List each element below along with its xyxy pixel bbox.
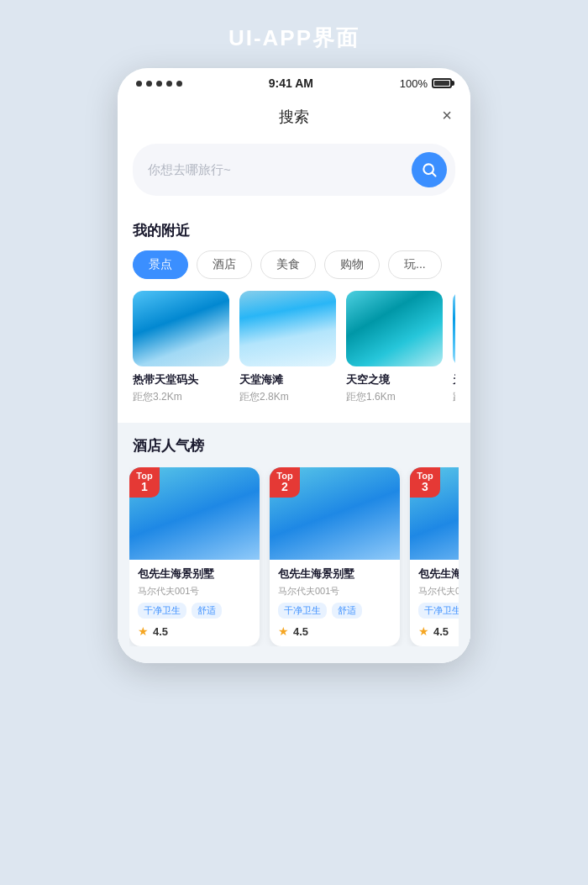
hotel-tag-2-1: 舒适 bbox=[332, 603, 362, 619]
search-input-wrap[interactable]: 你想去哪旅行~ bbox=[133, 144, 455, 196]
hotel-card-1[interactable]: Top 1 包先生海景别墅 马尔代夫001号 干净卫生 舒适 ★ bbox=[129, 467, 260, 646]
filter-tabs: 景点 酒店 美食 购物 玩... bbox=[133, 250, 455, 291]
close-button[interactable]: × bbox=[442, 107, 452, 124]
filter-tab-spots[interactable]: 景点 bbox=[133, 250, 188, 279]
hotel-tag-3-0: 干净卫生 bbox=[418, 603, 459, 619]
header-title: 搜索 bbox=[279, 107, 309, 127]
svg-line-1 bbox=[433, 173, 436, 176]
hotel-rating-1: ★ 4.5 bbox=[138, 624, 251, 638]
spot-dist-2: 距您2.8Km bbox=[239, 390, 336, 404]
hotel-rating-2: ★ 4.5 bbox=[278, 624, 391, 638]
hotel-tags-2: 干净卫生 舒适 bbox=[278, 603, 391, 619]
spot-dist-4: 距您1... bbox=[453, 390, 455, 404]
hotel-sub-2: 马尔代夫001号 bbox=[278, 585, 391, 598]
filter-tab-shopping[interactable]: 购物 bbox=[324, 250, 380, 279]
hotel-badge-1: Top 1 bbox=[129, 467, 160, 498]
filter-tab-hotel[interactable]: 酒店 bbox=[197, 250, 252, 279]
hotel-section-title: 酒店人气榜 bbox=[129, 436, 459, 456]
filter-tab-food[interactable]: 美食 bbox=[260, 250, 316, 279]
spot-img-beach bbox=[239, 291, 336, 366]
spot-img-boat bbox=[346, 291, 443, 366]
spot-dist-3: 距您1.6Km bbox=[346, 390, 443, 404]
status-time: 9:41 AM bbox=[269, 76, 313, 90]
hotel-badge-2: Top 2 bbox=[270, 467, 300, 498]
hotel-name-1: 包先生海景别墅 bbox=[138, 566, 251, 582]
search-bar: 你想去哪旅行~ bbox=[118, 135, 470, 209]
battery-text: 100% bbox=[400, 77, 428, 90]
star-icon-3: ★ bbox=[418, 624, 429, 638]
hotel-sub-1: 马尔代夫001号 bbox=[138, 585, 251, 598]
spot-card-3[interactable]: 天空之境 距您1.6Km bbox=[346, 291, 443, 404]
page-title: UI-APP界面 bbox=[228, 25, 360, 50]
hotel-img-wrap-1: Top 1 bbox=[129, 467, 260, 560]
rating-val-2: 4.5 bbox=[293, 625, 308, 638]
status-dot-3 bbox=[156, 81, 162, 87]
header: 搜索 × bbox=[118, 95, 470, 135]
hotel-badge-3: Top 3 bbox=[410, 467, 440, 498]
spot-name-3: 天空之境 bbox=[346, 372, 443, 387]
spot-dist-1: 距您3.2Km bbox=[133, 390, 229, 404]
status-dots bbox=[136, 81, 182, 87]
status-bar: 9:41 AM 100% bbox=[118, 68, 470, 95]
filter-tab-play[interactable]: 玩... bbox=[388, 250, 442, 279]
hotel-badge-num-2: 2 bbox=[281, 481, 288, 493]
hotel-section: 酒店人气榜 Top 1 包先生海景别墅 马尔代夫001号 bbox=[118, 423, 470, 663]
page-title-area: UI-APP界面 bbox=[0, 0, 588, 68]
nearby-section: 我的附近 景点 酒店 美食 购物 玩... 热带天堂码头 距您3.2Km bbox=[118, 209, 470, 423]
hotel-tag-1-0: 干净卫生 bbox=[138, 603, 186, 619]
rating-val-1: 4.5 bbox=[153, 625, 168, 638]
search-button[interactable] bbox=[412, 152, 447, 187]
status-dot-5 bbox=[176, 81, 182, 87]
hotel-card-3[interactable]: Top 3 包先生海景别墅 马尔代夫001号 干净卫生 舒适 ★ bbox=[410, 467, 459, 646]
nearby-section-title: 我的附近 bbox=[133, 221, 455, 240]
app-content: 搜索 × 你想去哪旅行~ 我的附近 景点 酒店 美食 bbox=[118, 95, 470, 663]
search-placeholder: 你想去哪旅行~ bbox=[148, 162, 405, 178]
battery-icon bbox=[432, 78, 452, 88]
hotel-img-wrap-2: Top 2 bbox=[270, 467, 400, 560]
status-dot-4 bbox=[166, 81, 172, 87]
hotel-info-2: 包先生海景别墅 马尔代夫001号 干净卫生 舒适 ★ 4.5 bbox=[270, 560, 400, 646]
hotel-info-3: 包先生海景别墅 马尔代夫001号 干净卫生 舒适 ★ 4.5 bbox=[410, 560, 459, 646]
spot-card-2[interactable]: 天堂海滩 距您2.8Km bbox=[239, 291, 336, 404]
spot-img-3 bbox=[346, 291, 443, 366]
hotel-rating-3: ★ 4.5 bbox=[418, 624, 459, 638]
status-dot-1 bbox=[136, 81, 142, 87]
hotels-scroll: Top 1 包先生海景别墅 马尔代夫001号 干净卫生 舒适 ★ bbox=[129, 467, 459, 646]
hotel-sub-3: 马尔代夫001号 bbox=[418, 585, 459, 598]
battery-fill bbox=[434, 81, 449, 86]
hotel-tags-1: 干净卫生 舒适 bbox=[138, 603, 251, 619]
spot-img-1 bbox=[133, 291, 229, 366]
spot-img-2 bbox=[239, 291, 336, 366]
phone-frame: 9:41 AM 100% 搜索 × 你想去哪旅行~ bbox=[118, 68, 470, 663]
spot-card-4[interactable]: 天空... 距您1... bbox=[453, 291, 455, 404]
hotel-name-2: 包先生海景别墅 bbox=[278, 566, 391, 582]
star-icon-1: ★ bbox=[138, 624, 149, 638]
hotel-badge-num-1: 1 bbox=[141, 481, 148, 493]
hotel-tag-2-0: 干净卫生 bbox=[278, 603, 327, 619]
spot-name-4: 天空... bbox=[453, 372, 455, 387]
hotel-info-1: 包先生海景别墅 马尔代夫001号 干净卫生 舒适 ★ 4.5 bbox=[129, 560, 260, 646]
spot-name-1: 热带天堂码头 bbox=[133, 372, 229, 387]
spot-img-sky bbox=[453, 291, 455, 366]
hotel-tag-1-1: 舒适 bbox=[192, 603, 222, 619]
hotel-badge-num-3: 3 bbox=[422, 481, 428, 493]
hotel-img-wrap-3: Top 3 bbox=[410, 467, 459, 560]
star-icon-2: ★ bbox=[278, 624, 289, 638]
rating-val-3: 4.5 bbox=[433, 625, 449, 638]
spots-scroll: 热带天堂码头 距您3.2Km 天堂海滩 距您2.8Km 天空之境 距您1.6Km bbox=[133, 291, 455, 416]
status-right: 100% bbox=[400, 77, 452, 90]
hotel-card-2[interactable]: Top 2 包先生海景别墅 马尔代夫001号 干净卫生 舒适 ★ bbox=[270, 467, 400, 646]
hotel-name-3: 包先生海景别墅 bbox=[418, 566, 459, 582]
spot-img-dock bbox=[133, 291, 229, 366]
hotel-tags-3: 干净卫生 舒适 bbox=[418, 603, 459, 619]
status-dot-2 bbox=[146, 81, 152, 87]
spot-name-2: 天堂海滩 bbox=[239, 372, 336, 387]
spot-img-4 bbox=[453, 291, 455, 366]
spot-card-1[interactable]: 热带天堂码头 距您3.2Km bbox=[133, 291, 229, 404]
